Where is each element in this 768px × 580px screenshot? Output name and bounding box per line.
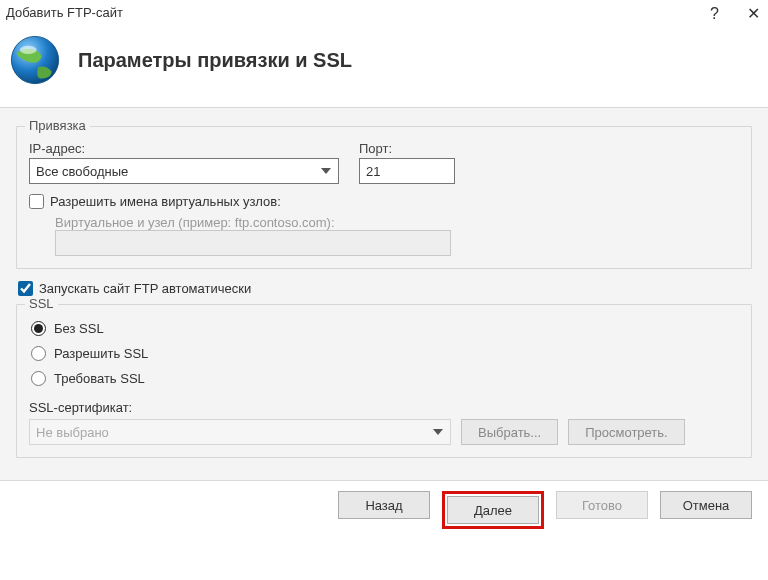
ssl-require-radio[interactable] xyxy=(31,371,46,386)
ssl-none-radio[interactable] xyxy=(31,321,46,336)
svg-point-1 xyxy=(20,46,37,54)
virtual-host-input xyxy=(55,230,451,256)
ssl-none-label: Без SSL xyxy=(54,321,104,336)
ssl-allow-label: Разрешить SSL xyxy=(54,346,148,361)
ssl-legend: SSL xyxy=(25,296,58,311)
binding-legend: Привязка xyxy=(25,118,90,133)
auto-start-checkbox[interactable] xyxy=(18,281,33,296)
virtual-hosts-checkbox[interactable] xyxy=(29,194,44,209)
ssl-require-label: Требовать SSL xyxy=(54,371,145,386)
binding-group: Привязка IP-адрес: Все свободные Порт: Р… xyxy=(16,126,752,269)
help-icon[interactable]: ? xyxy=(710,5,719,23)
ssl-view-button: Просмотреть. xyxy=(568,419,685,445)
ssl-select-button: Выбрать... xyxy=(461,419,558,445)
cancel-button[interactable]: Отмена xyxy=(660,491,752,519)
page-title: Параметры привязки и SSL xyxy=(78,49,352,72)
ssl-group: SSL Без SSL Разрешить SSL Требовать SSL … xyxy=(16,304,752,458)
ip-address-label: IP-адрес: xyxy=(29,141,339,156)
ssl-cert-label: SSL-сертификат: xyxy=(29,400,739,415)
virtual-hosts-label: Разрешить имена виртуальных узлов: xyxy=(50,194,281,209)
ssl-allow-radio[interactable] xyxy=(31,346,46,361)
finish-button: Готово xyxy=(556,491,648,519)
ssl-cert-select: Не выбрано xyxy=(29,419,451,445)
virtual-host-hint: Виртуальное и узел (пример: ftp.contoso.… xyxy=(55,215,739,230)
next-button[interactable]: Далее xyxy=(447,496,539,524)
globe-icon xyxy=(8,33,62,87)
next-button-highlight: Далее xyxy=(442,491,544,529)
close-icon[interactable]: ✕ xyxy=(747,4,760,23)
window-title: Добавить FTP-сайт xyxy=(6,2,123,20)
ip-address-select[interactable]: Все свободные xyxy=(29,158,339,184)
port-label: Порт: xyxy=(359,141,455,156)
port-input[interactable] xyxy=(359,158,455,184)
back-button[interactable]: Назад xyxy=(338,491,430,519)
auto-start-label: Запускать сайт FTP автоматически xyxy=(39,281,251,296)
